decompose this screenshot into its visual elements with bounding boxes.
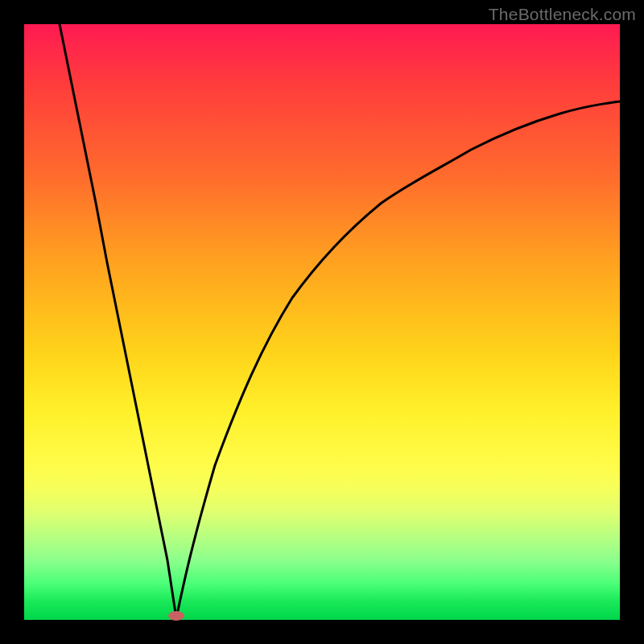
curve-right-branch xyxy=(176,101,620,618)
chart-frame: TheBottleneck.com xyxy=(0,0,644,644)
minimum-marker xyxy=(168,611,184,621)
attribution-text: TheBottleneck.com xyxy=(489,5,636,24)
curve-svg xyxy=(24,24,620,620)
curve-left-branch xyxy=(60,24,176,618)
plot-area xyxy=(24,24,620,620)
